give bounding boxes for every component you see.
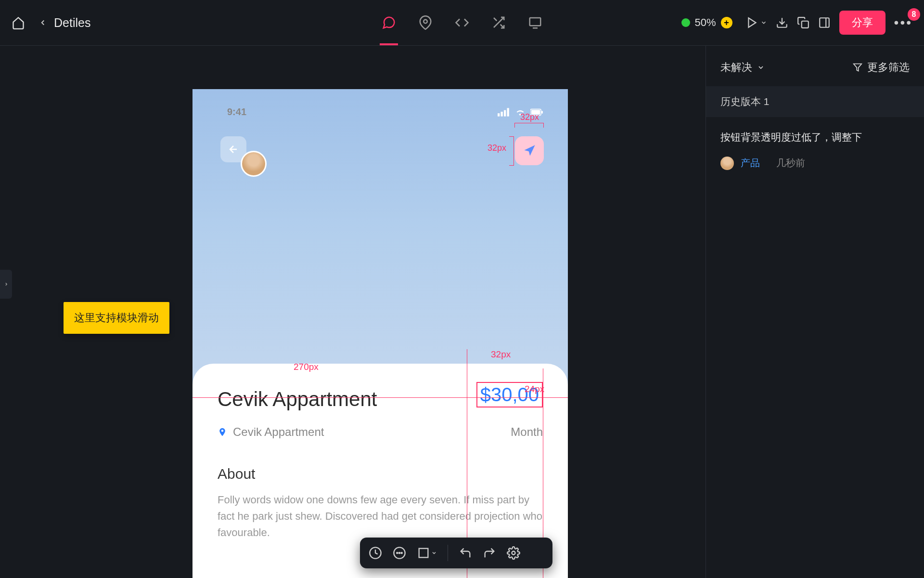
play-icon	[746, 16, 758, 29]
history-icon[interactable]	[369, 546, 382, 560]
chevron-down-icon	[760, 19, 767, 26]
play-button[interactable]	[746, 16, 767, 29]
topbar-right: 50% + 分享 ••• 8	[681, 11, 912, 35]
svg-point-25	[512, 552, 515, 555]
phone-send-button[interactable]	[515, 136, 544, 165]
measurement-line	[192, 397, 568, 398]
svg-marker-6	[748, 18, 756, 27]
navigation-icon	[523, 144, 536, 158]
phone-frame: 9:41 32px 32px Cevik Appartment $30,00	[192, 89, 568, 578]
svg-rect-14	[507, 108, 509, 116]
svg-rect-12	[501, 111, 503, 116]
history-section-label[interactable]: 历史版本 1	[706, 86, 924, 117]
zoom-control[interactable]: 50% +	[681, 16, 732, 29]
avatar[interactable]	[241, 151, 267, 177]
measurement-label: 32px	[491, 349, 511, 360]
svg-rect-11	[498, 113, 500, 117]
topbar-left: Detiles	[12, 16, 90, 30]
undo-icon[interactable]	[459, 546, 472, 560]
svg-point-23	[401, 552, 402, 553]
measurement-line	[514, 123, 515, 128]
svg-rect-4	[530, 18, 541, 26]
filter-dropdown[interactable]: 未解决	[720, 60, 765, 75]
square-icon	[417, 546, 430, 560]
svg-point-0	[424, 20, 427, 24]
measurement-line	[515, 123, 544, 123]
comment-time: 几秒前	[776, 157, 805, 170]
comment-avatar	[720, 157, 734, 170]
back-button[interactable]: Detiles	[38, 16, 90, 30]
chevron-left-icon	[38, 18, 47, 27]
card-location: Cevik Appartment	[218, 425, 324, 439]
measurement-label: 32px	[520, 112, 539, 122]
svg-rect-17	[541, 111, 543, 114]
filter-icon	[853, 63, 862, 72]
code-tool[interactable]	[455, 15, 469, 30]
measurement-label: 32px	[488, 143, 506, 153]
more-filter-button[interactable]: 更多筛选	[853, 60, 910, 75]
pin-icon	[218, 426, 227, 438]
measurement-label: 270px	[294, 362, 319, 372]
shape-tool[interactable]	[417, 546, 437, 560]
status-time: 9:41	[227, 106, 246, 118]
comment-meta: 产品 几秒前	[720, 157, 910, 170]
svg-rect-9	[820, 18, 829, 27]
download-icon[interactable]	[776, 16, 788, 29]
tool-tabs	[382, 15, 542, 30]
svg-rect-24	[419, 549, 428, 558]
card-location-text: Cevik Appartment	[233, 425, 324, 439]
phone-statusbar: 9:41	[192, 98, 568, 118]
svg-rect-13	[504, 110, 506, 116]
page-title: Detiles	[54, 16, 90, 30]
about-description: Folly words widow one downs few age ever…	[218, 492, 543, 541]
comment-user: 产品	[741, 157, 760, 170]
copy-icon[interactable]	[797, 16, 809, 29]
panel-icon[interactable]	[818, 16, 831, 29]
notification-badge: 8	[908, 8, 920, 21]
topbar: Detiles 50% + 分享 ••• 8	[0, 0, 924, 46]
measurement-line	[543, 123, 544, 128]
sidebar-header: 未解决 更多筛选	[706, 46, 924, 86]
about-label: About	[218, 466, 543, 482]
more-menu[interactable]: ••• 8	[894, 15, 912, 30]
arrow-left-icon	[228, 144, 239, 155]
annotation-note[interactable]: 这里支持模块滑动	[64, 302, 169, 334]
measurement-label: 24px	[525, 384, 544, 394]
comment-text: 按钮背景透明度过低了，调整下	[720, 130, 910, 145]
zoom-plus-icon[interactable]: +	[721, 17, 732, 28]
svg-rect-8	[801, 21, 808, 28]
comment-item[interactable]: 按钮背景透明度过低了，调整下 产品 几秒前	[706, 117, 924, 183]
measurement-line	[509, 165, 514, 166]
settings-icon[interactable]	[507, 546, 520, 560]
measurement-line	[509, 136, 514, 137]
filter-label: 未解决	[720, 60, 752, 75]
card-period: Month	[511, 425, 543, 439]
canvas[interactable]: 这里支持模块滑动 9:41	[0, 46, 706, 578]
svg-point-21	[397, 552, 398, 553]
share-button[interactable]: 分享	[839, 11, 886, 35]
separator	[448, 545, 448, 561]
zoom-value: 50%	[695, 16, 716, 29]
comment-add-icon[interactable]	[393, 546, 406, 560]
svg-point-22	[399, 552, 400, 553]
floating-toolbar	[360, 538, 552, 568]
chevron-down-icon	[757, 64, 765, 71]
home-icon[interactable]	[12, 16, 25, 29]
measurement-line	[513, 136, 514, 165]
svg-marker-26	[854, 64, 862, 71]
svg-line-3	[494, 18, 497, 21]
chevron-down-icon	[431, 550, 437, 556]
comments-sidebar: 未解决 更多筛选 历史版本 1 按钮背景透明度过低了，调整下 产品 几秒前	[706, 46, 924, 578]
more-filter-label: 更多筛选	[867, 60, 910, 75]
comment-tool[interactable]	[382, 15, 396, 30]
signal-icon	[498, 107, 510, 117]
redo-icon[interactable]	[483, 546, 496, 560]
pin-tool[interactable]	[418, 15, 433, 30]
present-tool[interactable]	[528, 15, 542, 30]
shuffle-tool[interactable]	[491, 15, 506, 30]
status-dot-icon	[681, 18, 690, 27]
